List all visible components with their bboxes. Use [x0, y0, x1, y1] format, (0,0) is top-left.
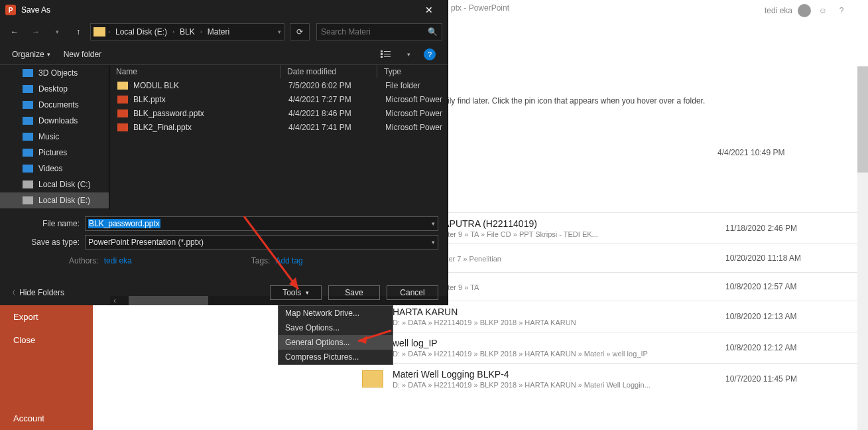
filename-field[interactable]: BLK_password.pptx▾	[85, 216, 438, 231]
search-icon: 🔍	[428, 27, 438, 36]
sidebar-account[interactable]: Account	[0, 407, 93, 430]
app-title: ptx - PowerPoint	[451, 3, 509, 13]
col-name[interactable]: Name	[109, 65, 280, 78]
recent-folder-item[interactable]: well log_IPD: » DATA » H22114019 » BLKP …	[332, 332, 858, 363]
menu-compress-pictures[interactable]: Compress Pictures...	[279, 350, 393, 364]
up-icon[interactable]: ↑	[69, 23, 88, 41]
folder-tree[interactable]: 3D ObjectsDesktopDocumentsDownloadsMusic…	[0, 65, 109, 210]
filename-label: File name:	[9, 219, 85, 228]
col-type[interactable]: Type	[377, 65, 448, 78]
face-icon[interactable]: ☺	[816, 4, 830, 17]
help-icon[interactable]: ?	[424, 48, 436, 60]
cancel-button[interactable]: Cancel	[387, 285, 438, 300]
forward-icon[interactable]: →	[27, 23, 45, 41]
file-row[interactable]: BLK2_Final.pptx4/4/2021 7:41 PMMicrosoft…	[109, 120, 448, 134]
user-area: tedi eka ☺ ?	[765, 4, 848, 17]
crumb-0[interactable]: Local Disk (E:)	[113, 27, 170, 36]
svg-rect-3	[384, 51, 391, 52]
menu-map-drive[interactable]: Map Network Drive...	[279, 306, 393, 321]
svg-rect-1	[381, 53, 383, 55]
sidebar-close[interactable]: Close	[0, 328, 93, 352]
svg-rect-2	[381, 56, 383, 58]
view-icon[interactable]	[378, 48, 394, 61]
recent-folder-item[interactable]: Materi Well Logging BLKP-4D: » DATA » H2…	[332, 363, 858, 394]
file-row[interactable]: BLK_password.pptx4/4/2021 8:46 PMMicroso…	[109, 106, 448, 120]
save-as-dialog: P Save As ✕ ← → ▾ ↑ › Local Disk (E:) › …	[0, 0, 448, 305]
user-name: tedi eka	[765, 6, 792, 15]
powerpoint-icon: P	[5, 5, 16, 15]
vertical-scrollbar[interactable]	[857, 66, 868, 430]
tree-item[interactable]: Music	[0, 129, 109, 145]
refresh-icon[interactable]: ⟳	[290, 23, 310, 40]
folder-icon	[362, 370, 383, 388]
close-icon[interactable]: ✕	[416, 0, 442, 20]
authors-label: Authors:	[69, 256, 99, 265]
menu-general-options[interactable]: General Options...	[279, 335, 393, 350]
tree-item[interactable]: Pictures	[0, 145, 109, 161]
hide-folders-button[interactable]: 〈 Hide Folders	[9, 288, 64, 297]
tags-label: Tags:	[251, 256, 271, 265]
authors-value[interactable]: tedi eka	[104, 256, 132, 265]
crumb-1[interactable]: BLK	[177, 27, 198, 36]
tree-item[interactable]: Desktop	[0, 81, 109, 97]
col-date[interactable]: Date modified	[280, 65, 377, 78]
help-icon[interactable]: ?	[835, 4, 848, 17]
search-input[interactable]: 🔍	[316, 23, 442, 40]
file-row[interactable]: BLK.pptx4/4/2021 7:27 PMMicrosoft Power	[109, 92, 448, 106]
sidebar-export[interactable]: Export	[0, 305, 93, 328]
address-bar[interactable]: › Local Disk (E:) › BLK › Materi ▾	[90, 23, 284, 40]
organize-button[interactable]: Organize ▾	[12, 50, 50, 59]
file-list[interactable]: Name Date modified Type MODUL BLK7/5/202…	[109, 65, 448, 210]
tools-menu: Map Network Drive... Save Options... Gen…	[278, 305, 393, 365]
tree-item[interactable]: 3D Objects	[0, 65, 109, 81]
svg-rect-4	[384, 54, 391, 54]
new-folder-button[interactable]: New folder	[64, 50, 101, 59]
pin-hint: ily find later. Click the pin icon that …	[448, 96, 705, 106]
tree-item[interactable]: Local Disk (E:)	[0, 192, 109, 208]
back-icon[interactable]: ←	[5, 23, 24, 41]
saveastype-field[interactable]: PowerPoint Presentation (*.pptx)▾	[85, 235, 438, 250]
saveastype-label: Save as type:	[9, 238, 85, 247]
chevron-down-icon[interactable]: ▾	[48, 23, 66, 41]
tree-item[interactable]: Documents	[0, 97, 109, 113]
folder-icon	[93, 27, 105, 36]
powerpoint-sidebar: Export Close Account	[0, 305, 93, 430]
tree-item[interactable]: Videos	[0, 161, 109, 177]
crumb-2[interactable]: Materi	[205, 27, 232, 36]
avatar[interactable]	[798, 4, 811, 17]
chevron-down-icon[interactable]: ▾	[278, 29, 281, 35]
svg-rect-5	[384, 56, 391, 57]
recent-folder-item[interactable]: HARTA KARUND: » DATA » H22114019 » BLKP …	[332, 301, 858, 332]
tools-button[interactable]: Tools ▾	[270, 285, 322, 300]
tags-value[interactable]: Add tag	[275, 256, 302, 265]
save-button[interactable]: Save	[328, 285, 380, 300]
svg-rect-0	[381, 50, 383, 52]
first-time: 4/4/2021 10:49 PM	[717, 148, 784, 157]
tree-item[interactable]: Local Disk (C:)	[0, 177, 109, 192]
menu-save-options[interactable]: Save Options...	[279, 321, 393, 335]
file-row[interactable]: MODUL BLK7/5/2020 6:02 PMFile folder	[109, 78, 448, 92]
tree-item[interactable]: Downloads	[0, 113, 109, 129]
dialog-title: Save As	[21, 5, 416, 15]
